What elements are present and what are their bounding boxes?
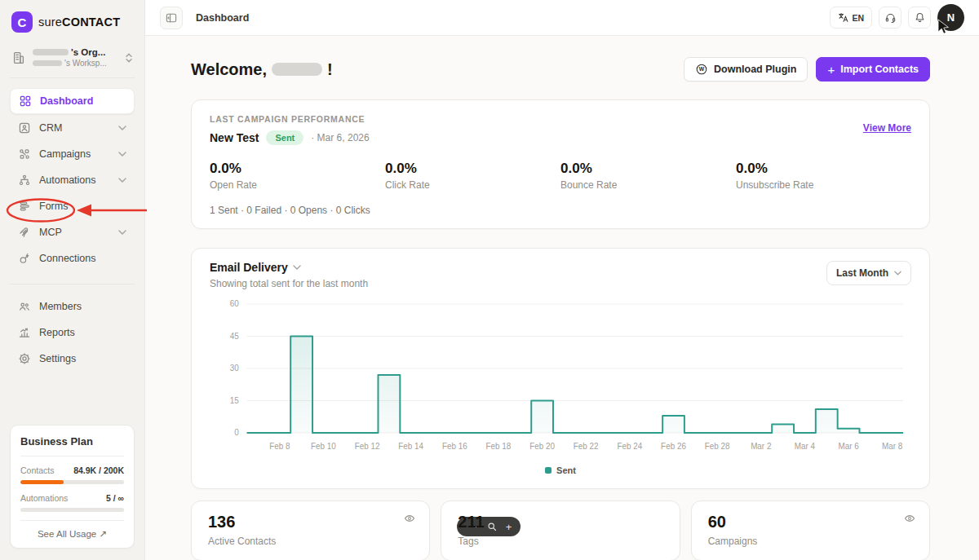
crm-icon (18, 121, 31, 134)
chevron-down-icon (118, 126, 126, 130)
chevron-down-icon (118, 230, 126, 235)
sidebar-item-label: Reports (39, 327, 126, 338)
sidebar-item-label: Automations (39, 174, 110, 186)
import-contacts-label: Import Contacts (840, 64, 919, 75)
breadcrumb: Dashboard (196, 12, 249, 24)
open-rate-stat: 0.0%Open Rate (210, 161, 385, 191)
click-rate-stat: 0.0%Click Rate (385, 161, 560, 191)
contacts-progress-bar (20, 480, 124, 484)
import-contacts-button[interactable]: + Import Contacts (816, 57, 930, 82)
sidebar-item-dashboard[interactable]: Dashboard (10, 88, 135, 114)
sidebar-item-label: Forms (39, 201, 126, 212)
bell-icon (914, 11, 926, 24)
connections-icon (18, 252, 31, 265)
sidebar-toggle-button[interactable] (160, 7, 183, 29)
svg-text:Feb 22: Feb 22 (574, 442, 599, 451)
divider (10, 284, 135, 284)
view-more-link[interactable]: View More (863, 122, 911, 134)
automations-usage-value: 5 / ∞ (106, 493, 124, 503)
reports-chart-icon (18, 326, 31, 339)
download-plugin-button[interactable]: W Download Plugin (684, 57, 808, 82)
language-code: EN (852, 13, 864, 23)
automations-icon (18, 174, 31, 187)
unsubscribe-rate-stat: 0.0%Unsubscribe Rate (736, 161, 911, 191)
sidebar-item-label: Settings (39, 353, 126, 364)
sidebar-item-label: CRM (39, 122, 110, 134)
language-button[interactable]: EN (830, 7, 872, 29)
sidebar-item-crm[interactable]: CRM (10, 116, 135, 140)
svg-text:0: 0 (234, 428, 239, 437)
campaigns-label: Campaigns (708, 536, 913, 547)
sidebar-item-label: Connections (39, 253, 126, 264)
last-campaign-card: LAST CAMPAIGN PERFORMANCE New Test Sent … (191, 99, 930, 229)
sidebar-item-label: Campaigns (39, 148, 110, 160)
svg-text:Mar 8: Mar 8 (882, 442, 903, 451)
plan-title: Business Plan (20, 435, 124, 456)
sidebar-item-members[interactable]: Members (10, 294, 135, 319)
chevron-down-icon (118, 152, 126, 157)
automations-usage-label: Automations (20, 493, 68, 503)
campaigns-value: 60 (708, 513, 913, 531)
mcp-icon (18, 226, 31, 239)
date-range-dropdown[interactable]: Last Month (826, 261, 911, 285)
chevron-down-icon (293, 265, 301, 270)
avatar[interactable]: N (937, 4, 964, 31)
org-switcher[interactable]: 's Org... 's Worksp... (10, 47, 135, 68)
app-window: C sureCONTACT 's Org... 's Worksp... Das… (0, 0, 979, 560)
svg-text:60: 60 (230, 299, 239, 308)
sent-legend-swatch (545, 467, 552, 474)
avatar-initial: N (947, 11, 955, 24)
dashboard-grid-icon (19, 95, 32, 108)
svg-text:Mar 2: Mar 2 (751, 442, 772, 451)
chart-legend: Sent (210, 464, 911, 480)
building-icon (11, 51, 26, 65)
gear-icon (18, 352, 31, 365)
legend-label: Sent (556, 465, 576, 475)
sidebar-item-connections[interactable]: Connections (10, 246, 135, 271)
sidebar-item-mcp[interactable]: MCP (10, 220, 135, 245)
notifications-button[interactable] (908, 7, 931, 29)
sidebar-item-forms[interactable]: Forms (10, 194, 135, 218)
redacted-text (33, 60, 62, 66)
sidebar-item-campaigns[interactable]: Campaigns (10, 142, 135, 166)
wordpress-icon: W (695, 63, 708, 76)
automations-progress-bar (20, 508, 124, 512)
campaign-card-title: LAST CAMPAIGN PERFORMANCE (210, 114, 863, 124)
status-badge: Sent (266, 130, 303, 145)
active-contacts-card: 136 Active Contacts (191, 500, 430, 560)
svg-text:Mar 4: Mar 4 (795, 442, 816, 451)
support-button[interactable] (879, 7, 901, 29)
svg-text:15: 15 (230, 396, 239, 405)
divider (10, 77, 135, 78)
brand-name: sureCONTACT (38, 15, 120, 29)
campaign-summary: 1 Sent · 0 Failed · 0 Opens · 0 Clicks (210, 205, 911, 216)
unfold-chevrons-icon (125, 52, 133, 64)
campaigns-card: 60 Campaigns (691, 500, 930, 560)
active-contacts-value: 136 (208, 513, 413, 531)
see-all-usage-link[interactable]: See All Usage ↗ (20, 520, 124, 540)
tags-card: 211 Tags − + (441, 500, 680, 560)
sidebar-item-label: MCP (39, 227, 110, 238)
main-content: Welcome, ! W Download Plugin + Import Co… (145, 36, 979, 560)
campaign-name: New Test (210, 131, 259, 144)
sidebar-item-label: Dashboard (40, 95, 126, 107)
sidebar-item-automations[interactable]: Automations (10, 168, 135, 192)
active-contacts-label: Active Contacts (208, 536, 413, 547)
email-delivery-subtitle: Showing total sent for the last month (210, 278, 368, 289)
page-title: Welcome, ! (191, 60, 333, 79)
brand-logo[interactable]: C sureCONTACT (10, 11, 135, 33)
email-delivery-title[interactable]: Email Delivery (210, 261, 368, 274)
workspace-name: 's Worksp... (33, 59, 118, 68)
tags-label: Tags (458, 536, 662, 547)
chevron-down-icon (118, 178, 126, 183)
sidebar-item-reports[interactable]: Reports (10, 320, 135, 345)
svg-text:Feb 28: Feb 28 (705, 442, 730, 451)
email-delivery-card: Email Delivery Showing total sent for th… (191, 248, 930, 489)
sidebar-item-settings[interactable]: Settings (10, 346, 135, 371)
sidebar: C sureCONTACT 's Org... 's Worksp... Das… (0, 0, 145, 560)
headset-icon (884, 11, 897, 24)
translate-icon (838, 12, 848, 23)
sidebar-item-label: Members (39, 301, 126, 312)
svg-text:Feb 26: Feb 26 (661, 442, 686, 451)
redacted-name (272, 63, 322, 76)
